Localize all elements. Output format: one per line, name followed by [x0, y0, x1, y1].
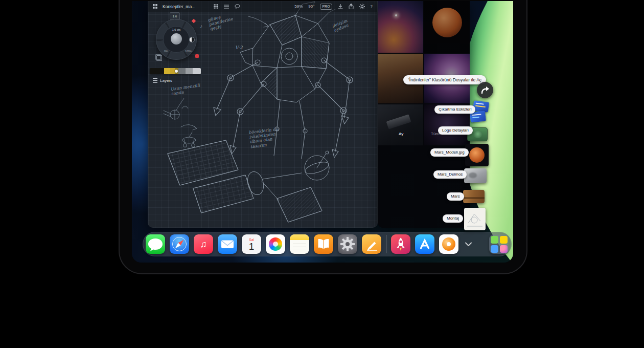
share-icon[interactable] [349, 4, 354, 9]
notes-header [290, 234, 309, 240]
settings-gear-icon[interactable] [359, 4, 365, 9]
layers-label: Layers [160, 78, 172, 83]
dock-icon-books[interactable] [314, 234, 333, 254]
dock-collapse-button[interactable] [463, 234, 473, 254]
music-note-icon: ♫ [200, 239, 207, 250]
dock-icon-safari[interactable] [170, 234, 189, 254]
dock-divider [386, 235, 386, 253]
ipad-device: güneş panellerine geçiş iletişim uydusu … [119, 0, 527, 274]
compass-icon [170, 234, 189, 254]
drag-thumb-mars-model[interactable] [465, 144, 489, 166]
download-icon[interactable] [338, 4, 343, 9]
chevron-down-icon [465, 242, 472, 246]
tool-wheel-ring[interactable]: 1.6 pts 0% 100% [156, 19, 197, 60]
workspace-grid-icon[interactable] [153, 4, 157, 9]
album-label[interactable]: Ay [399, 132, 403, 136]
dock-icon-color-wheel-app[interactable] [439, 234, 458, 254]
opacity-min-label: 0% [164, 50, 168, 53]
drag-thumb-mars-surface[interactable] [463, 190, 485, 203]
chat-bubble-icon [146, 234, 165, 254]
forward-arrow-button[interactable] [477, 82, 493, 98]
orange-swirl-icon [442, 237, 455, 251]
app-library-tile [491, 236, 498, 244]
swatch[interactable] [186, 68, 193, 74]
swatch[interactable] [178, 68, 186, 74]
calendar-day: 1 [249, 242, 255, 252]
drag-item-label[interactable]: Mars_Deimos [433, 170, 467, 179]
dock-icon-rocket-app[interactable] [391, 234, 410, 254]
brush-size-flag: 1.6 [170, 12, 180, 20]
dock-icon-app-library[interactable] [489, 234, 509, 254]
dock-icon-settings[interactable] [338, 234, 357, 254]
rocket-icon [391, 234, 410, 254]
pen-icon [362, 234, 381, 254]
dock-icon-app-store[interactable] [415, 234, 434, 254]
drop-tooltip: “İndirilenler” Klasörünü Dosyalar ile Aç [403, 75, 486, 84]
flower-icon [269, 237, 282, 251]
lasso-icon[interactable] [235, 4, 240, 9]
red-color-badge[interactable] [195, 54, 199, 58]
dock-icon-messages[interactable] [146, 234, 165, 254]
drawing-app-window: güneş panellerine geçiş iletişim uydusu … [148, 1, 378, 228]
dock-icon-calendar[interactable]: Sal 1 [242, 234, 261, 254]
menu-icon[interactable] [224, 5, 229, 9]
swatch[interactable] [193, 68, 201, 74]
swatch[interactable] [164, 68, 170, 74]
layers-icon [153, 78, 157, 83]
pro-badge: PRO [320, 4, 332, 10]
drag-thumb-montage[interactable] [464, 208, 486, 230]
layers-stack-icon[interactable] [156, 55, 162, 61]
brush-preview[interactable] [171, 33, 182, 45]
app-library-tile [500, 245, 508, 253]
layers-panel-toggle[interactable]: Layers [153, 78, 172, 83]
app-store-a-icon [415, 234, 434, 254]
drag-item-label[interactable]: Mars [447, 192, 464, 201]
forward-arrow-icon [480, 86, 490, 94]
opacity-max-label: 100% [185, 50, 192, 53]
drag-item-label[interactable]: Montaj [443, 214, 463, 223]
app-library-tile [491, 245, 498, 253]
drawing-app-toolbar: Konseptler_ma... 59% [148, 1, 377, 12]
note-icon: ♪ [200, 24, 203, 29]
palette-selection-marker[interactable] [175, 70, 178, 73]
ipad-screen: güneş panellerine geçiş iletişim uydusu … [132, 1, 513, 263]
dock-icon-notes[interactable] [290, 234, 309, 254]
dock-icon-photos[interactable] [266, 234, 285, 254]
contrast-icon[interactable] [189, 37, 195, 42]
drag-item-label[interactable]: Mars_Modeli.jpg [430, 148, 469, 157]
dock-icon-music[interactable]: ♫ [194, 234, 213, 254]
page-background: güneş panellerine geçiş iletişim uydusu … [0, 0, 644, 348]
rotation-value[interactable]: 90° [308, 4, 314, 9]
envelope-icon [218, 234, 237, 254]
dock-icon-mail[interactable] [218, 234, 237, 254]
drag-thumb-deimos[interactable] [464, 168, 487, 183]
drag-item-label[interactable]: Logo Detayları [438, 126, 473, 135]
drag-item-label[interactable]: Çıkartma Eskizleri [434, 105, 475, 114]
open-book-icon [314, 234, 333, 254]
zoom-level[interactable]: 59% [294, 4, 303, 9]
brush-size-label: 1.6 pts [156, 28, 196, 31]
dots-grid-icon[interactable] [214, 4, 218, 9]
app-library-tile [500, 236, 508, 244]
dock: ♫ Sal 1 [143, 232, 512, 256]
annotation-version: V-2 [235, 45, 243, 50]
help-button[interactable]: ? [371, 4, 373, 9]
dock-icon-pages[interactable] [362, 234, 381, 254]
swatch[interactable] [150, 68, 164, 74]
gear-icon [338, 234, 357, 254]
document-title[interactable]: Konseptler_ma... [163, 4, 195, 9]
